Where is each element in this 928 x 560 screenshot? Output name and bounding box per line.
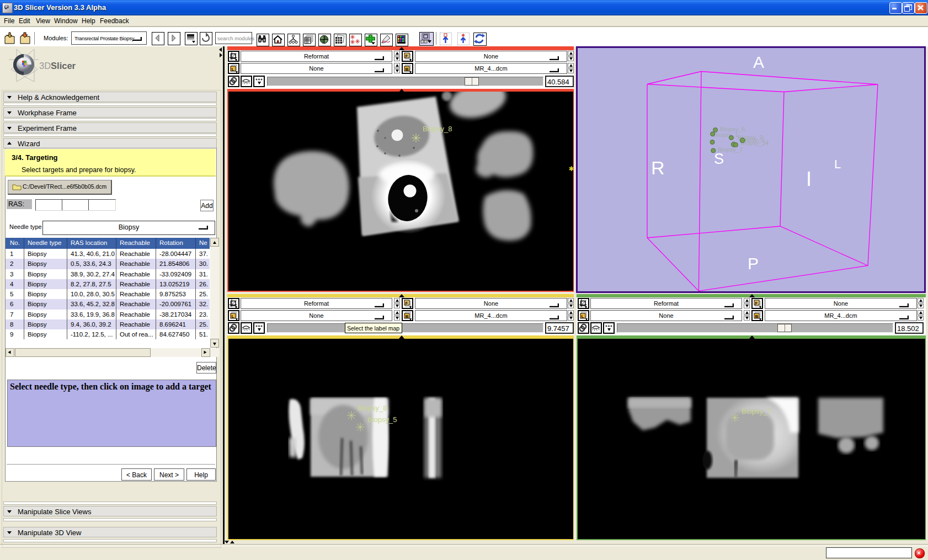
svg-text:L: L	[232, 314, 234, 319]
svg-text:A: A	[753, 53, 764, 71]
svg-text:Biopsy_7: Biopsy_7	[718, 146, 743, 153]
svg-text:S: S	[714, 151, 724, 167]
svg-text:Biopsy_1: Biopsy_1	[713, 131, 738, 138]
svg-text:F: F	[755, 301, 758, 306]
svg-text:Biopsy_5: Biopsy_5	[367, 415, 397, 424]
svg-text:R: R	[651, 157, 665, 178]
svg-text:L: L	[834, 157, 841, 171]
svg-text:B: B	[406, 314, 409, 319]
svg-text:B: B	[406, 67, 409, 72]
svg-text:L: L	[582, 314, 584, 319]
svg-text:B: B	[755, 314, 759, 319]
svg-text:F: F	[406, 54, 408, 58]
svg-text:I: I	[806, 168, 812, 190]
svg-text:Biopsy_8: Biopsy_8	[358, 404, 387, 412]
svg-text:P: P	[748, 254, 759, 273]
svg-text:Biopsy_7: Biopsy_7	[742, 407, 771, 415]
svg-text:Biopsy_8: Biopsy_8	[423, 125, 452, 133]
svg-text:F: F	[406, 301, 408, 306]
svg-text:L: L	[232, 67, 234, 72]
